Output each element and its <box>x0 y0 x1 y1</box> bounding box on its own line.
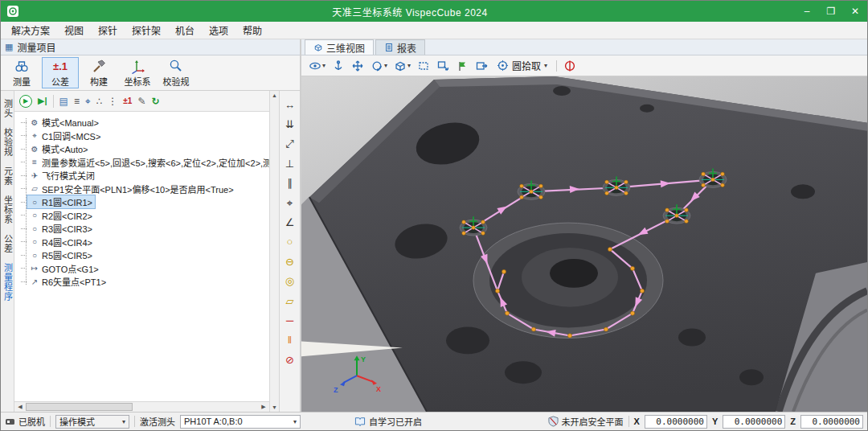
report-icon[interactable]: ▤ <box>59 96 68 106</box>
tab-elements[interactable]: 元素 <box>2 166 14 186</box>
scroll-up-icon[interactable]: ▲ <box>272 92 277 98</box>
close-button[interactable]: ✕ <box>843 1 867 22</box>
viewport-3d[interactable]: Y X Z <box>301 76 867 412</box>
gdt-distance-icon[interactable]: ↔ <box>285 95 295 114</box>
circle-icon: ○ <box>30 211 39 220</box>
circle-pick-dropdown[interactable]: 圆拾取 ▾ <box>494 58 550 73</box>
scrollbar-thumb[interactable] <box>26 403 133 411</box>
menu-options[interactable]: 选项 <box>202 22 235 39</box>
menu-machine[interactable]: 机台 <box>168 22 202 39</box>
dropdown-icon[interactable]: ▾ <box>384 62 387 69</box>
ribbon-tolerance-button[interactable]: ±.1 公差 <box>42 57 79 88</box>
safety-plane-icon <box>548 416 559 427</box>
view-cube-icon[interactable]: ▾ <box>394 60 411 72</box>
menu-solution[interactable]: 解决方案 <box>4 22 57 39</box>
active-probe-select[interactable]: PH10T A:0,B:0 ▾ <box>180 415 301 429</box>
tolerance-small-icon[interactable]: ±1 <box>123 97 132 105</box>
visibility-eye-icon[interactable]: ▾ <box>309 60 326 72</box>
ribbon-construct-button[interactable]: 构建 <box>80 57 117 88</box>
gdt-perpendicularity-icon[interactable]: ⊥ <box>285 154 294 173</box>
measure-binoculars-icon <box>14 58 30 74</box>
tree-item-fly-mode[interactable]: ✈飞行模式关闭 <box>21 169 269 183</box>
ribbon-coordsys-button[interactable]: 坐标系 <box>119 57 156 88</box>
menu-probe-rack[interactable]: 探针架 <box>125 22 168 39</box>
gdt-straightness-icon[interactable]: ─ <box>286 310 293 330</box>
offline-icon <box>5 417 15 427</box>
tree-vertical-scrollbar[interactable]: ▲ ▼ <box>269 91 280 412</box>
tree-item-circle-cir1[interactable]: ○R1圆<CIR1> <box>21 195 269 209</box>
tree-item-recall-mcs[interactable]: ⌖C1回调<MCS> <box>21 129 269 143</box>
gdt-profile-line-icon[interactable]: ⊖ <box>285 252 294 271</box>
tree-item-circle-cir4[interactable]: ○R4圆<CIR4> <box>21 236 269 249</box>
elements-icon[interactable]: ⋮ <box>108 96 117 106</box>
tree-item-measure-params[interactable]: ≡测量参数逼近<5>,回退<5>,搜索<6>,定位<2>,定位加<2>,测量..… <box>21 156 269 170</box>
tab-3d-view[interactable]: 三维视图 <box>305 39 374 55</box>
gdt-diagonal-icon[interactable]: ⤢ <box>285 134 293 154</box>
edit-pen-icon[interactable]: ✎ <box>137 96 145 106</box>
export-view-icon[interactable] <box>475 60 488 72</box>
gdt-position-icon[interactable]: ⌖ <box>287 193 293 212</box>
ribbon-measure-button[interactable]: 测量 <box>3 57 40 88</box>
tree-item-circle-cir5[interactable]: ○R5圆<CIR5> <box>21 248 269 262</box>
menu-probe[interactable]: 探针 <box>91 22 125 39</box>
tree-horizontal-scrollbar[interactable]: ◀ ▶ <box>14 401 269 412</box>
gdt-runout-icon[interactable]: ‖ <box>288 330 292 350</box>
tree-item-safety-plane[interactable]: ▱SEP1安全平面<PLN1>偏移<10>是否启用<True> <box>21 183 269 196</box>
axis-x-label: X <box>376 385 381 393</box>
orbit-rotate-icon[interactable]: ▾ <box>371 60 387 72</box>
gdt-symbol-strip: ↔ ⇊ ⤢ ⊥ ∥ ⌖ ∠ ○ ⊖ ◎ ▱ ─ ‖ ⊘ <box>280 91 300 412</box>
center-mark-icon[interactable] <box>563 60 576 72</box>
dropdown-icon: ▾ <box>293 418 297 425</box>
gdt-circularity-icon[interactable]: ○ <box>287 232 293 252</box>
refresh-icon[interactable]: ↻ <box>151 96 159 106</box>
measurement-project-panel: ▦ 测量项目 测量 ±.1 公差 构建 <box>1 39 301 412</box>
gdt-concentricity-icon[interactable]: ◎ <box>285 272 294 291</box>
gdt-total-runout-icon[interactable]: ⊘ <box>285 350 294 369</box>
tab-report[interactable]: 报表 <box>375 39 425 55</box>
operation-mode-select[interactable]: 操作模式 ▾ <box>55 415 129 429</box>
gdt-flatness-icon[interactable]: ▱ <box>286 291 294 310</box>
measure-target-icon[interactable]: ⌖ <box>85 96 91 106</box>
gdt-parallelism-icon[interactable]: ∥ <box>287 174 293 193</box>
ribbon-gauge-button[interactable]: 校验规 <box>158 57 194 88</box>
scroll-left-icon[interactable]: ◀ <box>14 404 26 410</box>
tree-item-circle-cir3[interactable]: ○R3圆<CIR3> <box>21 222 269 236</box>
tab-gauge[interactable]: 校验规 <box>2 128 14 157</box>
tab-probe[interactable]: 测头 <box>2 99 14 118</box>
tree-item-mode-auto[interactable]: ⚙模式<Auto> <box>21 142 269 156</box>
restore-button[interactable]: ❐ <box>819 1 843 22</box>
pick-region-icon[interactable] <box>436 60 449 72</box>
tab-coordsys[interactable]: 坐标系 <box>2 195 14 224</box>
select-box-icon[interactable] <box>417 60 430 72</box>
offline-status: 已脱机 <box>5 415 45 428</box>
flag-label-icon[interactable] <box>456 60 469 72</box>
gdt-converge-icon[interactable]: ⇊ <box>285 114 294 133</box>
plane-icon: ▱ <box>30 184 39 193</box>
scroll-right-icon[interactable]: ▶ <box>258 404 269 410</box>
pin-anchor-icon[interactable] <box>332 60 345 72</box>
pan-move-icon[interactable] <box>351 60 364 72</box>
tree-item-goto-point[interactable]: ↦GOTO点<G1> <box>21 262 269 276</box>
scrollbar-track[interactable] <box>26 402 258 412</box>
gdt-angularity-icon[interactable]: ∠ <box>285 212 295 232</box>
minimize-button[interactable]: – <box>795 1 819 22</box>
toolbar-separator <box>53 95 54 108</box>
menu-help[interactable]: 帮助 <box>235 22 269 39</box>
run-program-button[interactable]: ▶ <box>19 95 32 108</box>
menu-view[interactable]: 视图 <box>57 22 91 39</box>
panel-header: ▦ 测量项目 <box>1 39 300 55</box>
tree-item-mode-manual[interactable]: ⚙模式<Manual> <box>21 116 269 129</box>
params-icon[interactable]: ≡ <box>74 96 80 106</box>
tree-item-vector-point[interactable]: ↗R6矢量点<PT1> <box>21 275 269 289</box>
tab-measure-program[interactable]: 测量程序 <box>2 263 14 302</box>
dropdown-icon: ▾ <box>122 418 125 425</box>
coordsys-icon: ⌖ <box>30 131 39 141</box>
statusbar-separator <box>628 416 629 427</box>
dropdown-icon[interactable]: ▾ <box>407 62 411 69</box>
path-points-icon[interactable]: ∴ <box>96 96 103 106</box>
run-selected-button[interactable]: ▶| <box>38 96 47 106</box>
tree-item-circle-cir2[interactable]: ○R2圆<CIR2> <box>21 209 269 223</box>
dropdown-icon[interactable]: ▾ <box>322 62 326 69</box>
scroll-down-icon[interactable]: ▼ <box>272 404 277 410</box>
tab-tolerance[interactable]: 公差 <box>2 234 14 253</box>
